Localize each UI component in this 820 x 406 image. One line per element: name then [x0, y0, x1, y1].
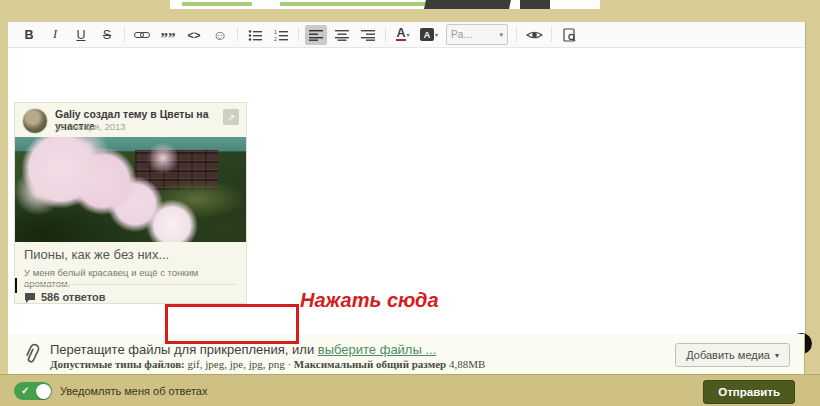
svg-text:1: 1: [274, 29, 277, 35]
topic-photo-peonies[interactable]: [15, 137, 246, 242]
replies-count: 586 ответов: [24, 291, 106, 303]
align-right-button[interactable]: [357, 25, 379, 45]
remnant-thumbnail: [520, 0, 550, 9]
text-color-icon: A: [396, 28, 405, 41]
eye-icon: [526, 29, 543, 41]
link-icon: [134, 30, 150, 40]
notify-label: Уведомлять меня об ответах: [60, 385, 207, 397]
max-size-value: 4,88MB: [446, 358, 485, 370]
align-right-icon: [361, 29, 375, 41]
code-button[interactable]: <>: [183, 25, 205, 45]
align-center-button[interactable]: [331, 25, 353, 45]
link-button[interactable]: [131, 25, 153, 45]
toolbar-divider: [385, 27, 386, 42]
paperclip-icon: [22, 343, 42, 365]
quote-button[interactable]: ””: [157, 22, 179, 48]
topic-title[interactable]: Пионы, как же без них...: [24, 247, 169, 262]
page-header-remnant: [170, 0, 600, 9]
remnant-thumbnail: [424, 0, 511, 9]
photo-peony-blooms: [15, 137, 246, 242]
card-divider: [24, 284, 237, 285]
footer-bar: ✓ Уведомлять меня об ответах Отправить: [0, 374, 820, 406]
underline-button[interactable]: U: [70, 25, 92, 45]
align-left-button[interactable]: [305, 25, 327, 45]
comment-bubble-icon: [24, 292, 36, 303]
notify-toggle[interactable]: ✓: [14, 382, 52, 400]
toggle-knob: [36, 384, 51, 399]
allowed-types-label: Допустимые типы файлов:: [50, 358, 185, 370]
add-media-button[interactable]: Добавить медиа▾: [675, 343, 790, 367]
toolbar-divider: [298, 27, 299, 42]
choose-files-link[interactable]: выберите файлы ...: [318, 342, 437, 357]
numbered-list-button[interactable]: 12: [270, 25, 292, 45]
italic-button[interactable]: I: [44, 25, 66, 45]
allowed-types-value: gif, jpeg, jpe, jpg, png: [185, 358, 288, 370]
file-rules-text: Допустимые типы файлов: gif, jpeg, jpe, …: [50, 358, 485, 370]
avatar[interactable]: [22, 108, 48, 134]
max-size-label: Максимальный общий размер: [291, 358, 446, 370]
align-left-icon: [309, 29, 323, 41]
format-dropdown[interactable]: Pa… ▾: [446, 24, 508, 45]
text-color-button[interactable]: A▾: [392, 25, 414, 45]
strikethrough-button[interactable]: S: [96, 25, 118, 45]
source-page-icon: [563, 28, 576, 42]
bulleted-list-icon: [248, 29, 262, 41]
check-icon: ✓: [21, 385, 29, 396]
chevron-down-icon: ▾: [499, 31, 503, 39]
background-color-icon: A: [420, 28, 434, 41]
annotation-text: Нажать сюда: [300, 289, 439, 312]
toolbar-divider: [551, 27, 552, 42]
dropdown-caret-icon: ▾: [435, 31, 438, 38]
drag-files-text: Перетащите файлы для прикрепления, или в…: [50, 342, 436, 357]
format-dropdown-value: Pa…: [451, 29, 473, 40]
numbered-list-icon: 12: [274, 29, 288, 41]
drag-files-label: Перетащите файлы для прикрепления, или: [50, 342, 318, 357]
post-editor: B I U S ”” <> ☺ 12 A▾ A▾: [8, 22, 806, 334]
author-link[interactable]: Galiy: [55, 108, 81, 120]
submit-button[interactable]: Отправить: [703, 380, 795, 404]
replies-label: 586 ответов: [41, 291, 106, 303]
attachment-area[interactable]: Перетащите файлы для прикрепления, или в…: [8, 334, 805, 374]
post-date: 15 января, 2013: [55, 121, 126, 132]
bold-button[interactable]: B: [18, 25, 40, 45]
toolbar-divider: [124, 27, 125, 42]
editor-toolbar: B I U S ”” <> ☺ 12 A▾ A▾: [8, 22, 805, 48]
preview-button[interactable]: [523, 25, 545, 45]
embed-card-header: Galiy создал тему в Цветы на участке 15 …: [15, 103, 246, 137]
embedded-topic-card[interactable]: Galiy создал тему в Цветы на участке 15 …: [14, 102, 247, 304]
align-center-icon: [335, 29, 349, 41]
editor-content-area[interactable]: Galiy создал тему в Цветы на участке 15 …: [8, 48, 805, 312]
toolbar-divider: [237, 27, 238, 42]
dropdown-caret-icon: ▾: [407, 31, 410, 38]
text-cursor: [15, 278, 17, 293]
remnant-text-fragment: [280, 2, 430, 6]
author-action-text: создал тему в: [81, 108, 160, 120]
remnant-text-fragment: [182, 2, 252, 6]
emoji-button[interactable]: ☺: [209, 25, 231, 45]
add-media-label: Добавить медиа: [686, 349, 770, 361]
svg-text:2: 2: [274, 36, 277, 41]
bulleted-list-button[interactable]: [244, 25, 266, 45]
toolbar-divider: [516, 27, 517, 42]
source-button[interactable]: [558, 25, 580, 45]
topic-excerpt: У меня белый красавец и ещё с тонким аро…: [24, 267, 246, 289]
chevron-down-icon: ▾: [775, 351, 779, 360]
external-link-icon[interactable]: ↗: [223, 109, 239, 125]
background-color-button[interactable]: A▾: [418, 25, 440, 45]
